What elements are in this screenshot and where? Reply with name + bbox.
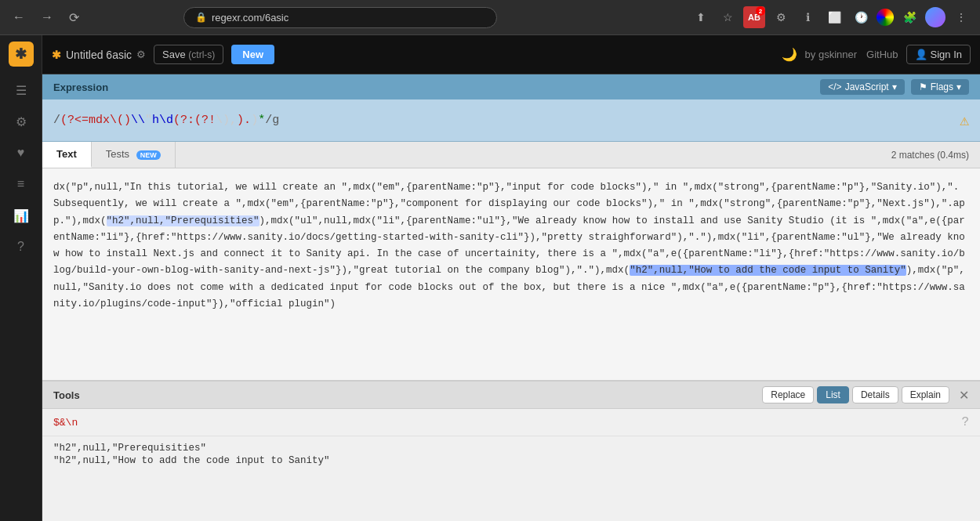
- header-links: by gskinner GitHub: [805, 49, 898, 60]
- clock-icon[interactable]: 🕐: [850, 6, 872, 28]
- regex-expression: /(?<=mdx\()\\"h\d(?:(?!\),).)*/g: [53, 114, 279, 127]
- details-button[interactable]: Details: [852, 386, 898, 403]
- dark-mode-button[interactable]: 🌙: [782, 47, 797, 62]
- refresh-button[interactable]: ⟳: [64, 7, 84, 28]
- tests-badge: NEW: [136, 150, 161, 160]
- expression-header: Expression </> JavaScript ▾ ⚑ Flags ▾: [42, 74, 980, 99]
- document-title: Untitled 6asic: [66, 49, 132, 61]
- back-button[interactable]: ←: [8, 7, 30, 27]
- extensions-icon[interactable]: 🧩: [898, 6, 920, 28]
- tools-result: "h2",null,"Prerequisities" "h2",null,"Ho…: [42, 436, 980, 521]
- flags-button[interactable]: ⚑ Flags ▾: [911, 79, 969, 95]
- sidebar-logo[interactable]: ✱: [9, 42, 34, 67]
- expression-label: Expression: [53, 81, 108, 93]
- sign-in-button[interactable]: 👤 Sign In: [906, 45, 971, 64]
- share-icon[interactable]: ⬆: [690, 6, 712, 28]
- tools-buttons: Replace List Details Explain ✕: [762, 386, 969, 403]
- list-button[interactable]: List: [817, 386, 849, 403]
- expression-panel: Expression </> JavaScript ▾ ⚑ Flags ▾: [42, 74, 980, 142]
- warning-icon: ⚠: [960, 110, 969, 130]
- save-button[interactable]: Save (ctrl-s): [154, 45, 223, 64]
- by-gskinner-link[interactable]: by gskinner: [805, 49, 857, 60]
- tab-tests[interactable]: Tests NEW: [92, 142, 176, 168]
- flag-icon: ⚑: [919, 81, 927, 92]
- sidebar-item-chart[interactable]: 📊: [7, 201, 35, 230]
- address-bar[interactable]: 🔒 regexr.com/6asic: [183, 7, 497, 28]
- tabs-bar: Text Tests NEW 2 matches (0.4ms): [42, 142, 980, 168]
- forward-button[interactable]: →: [36, 7, 58, 27]
- matches-info: 2 matches (0.4ms): [880, 150, 980, 161]
- code-icon: </>: [828, 81, 841, 92]
- menu-icon[interactable]: ⋮: [950, 6, 972, 28]
- sidebar-item-settings[interactable]: ⚙: [7, 107, 35, 136]
- sidebar-item-list[interactable]: ≡: [7, 170, 35, 198]
- browser-actions: ⬆ ☆ AB ⚙ ℹ ⬜ 🕐 🧩 ⋮: [690, 6, 972, 28]
- gear-icon[interactable]: ⚙: [770, 6, 792, 28]
- color-icon[interactable]: [877, 9, 894, 26]
- help-icon[interactable]: ?: [961, 415, 969, 429]
- close-tools-button[interactable]: ✕: [959, 388, 969, 403]
- tools-header: Tools Replace List Details Explain ✕: [42, 382, 980, 409]
- match-1: "h2",null,"Prerequisities": [107, 215, 260, 226]
- tools-expression: $&\n ?: [42, 409, 980, 436]
- tools-title: Tools: [53, 389, 80, 401]
- sidebar-item-menu[interactable]: ☰: [7, 76, 35, 104]
- sidebar: ✱ ☰ ⚙ ♥ ≡ 📊 ?: [0, 35, 42, 521]
- main-content: ✱ Untitled 6asic ⚙ Save (ctrl-s) New 🌙 b…: [42, 35, 980, 521]
- title-settings-button[interactable]: ⚙: [136, 49, 146, 60]
- header-title: ✱ Untitled 6asic ⚙: [52, 49, 146, 61]
- explain-button[interactable]: Explain: [902, 386, 949, 403]
- sidebar-item-heart[interactable]: ♥: [7, 139, 35, 167]
- tools-panel: Tools Replace List Details Explain ✕ $&\…: [42, 380, 980, 521]
- star-icon[interactable]: ☆: [717, 6, 739, 28]
- sidebar-item-help[interactable]: ?: [7, 233, 35, 261]
- chevron-down-icon: ▾: [892, 81, 897, 92]
- avatar[interactable]: [925, 7, 946, 27]
- app-logo-small: ✱: [52, 49, 61, 61]
- result-line-2: "h2",null,"How to add the code input to …: [53, 455, 969, 466]
- tabs-left: Text Tests NEW: [42, 142, 176, 168]
- language-button[interactable]: </> JavaScript ▾: [820, 79, 904, 95]
- regex-close-slash: /g: [265, 114, 279, 127]
- text-area[interactable]: dx("p",null,"In this tutorial, we will c…: [42, 168, 980, 380]
- replace-button[interactable]: Replace: [762, 386, 814, 403]
- match-2: "h2",null,"How to add the code input to …: [630, 265, 906, 276]
- chevron-down-icon-flags: ▾: [956, 81, 961, 92]
- adblock-icon[interactable]: AB: [743, 6, 765, 28]
- user-icon: 👤: [915, 49, 927, 60]
- info-icon[interactable]: ℹ: [797, 6, 818, 28]
- tab-text[interactable]: Text: [42, 142, 92, 168]
- regex-open-slash: /: [53, 114, 60, 127]
- expression-content[interactable]: /(?<=mdx\()\\"h\d(?:(?!\),).)*/g ⚠: [42, 99, 980, 141]
- result-line-1: "h2",null,"Prerequisities": [53, 443, 969, 454]
- github-link[interactable]: GitHub: [866, 49, 898, 60]
- header: ✱ Untitled 6asic ⚙ Save (ctrl-s) New 🌙 b…: [42, 35, 980, 74]
- expression-controls: </> JavaScript ▾ ⚑ Flags ▾: [820, 79, 969, 95]
- app: ✱ ☰ ⚙ ♥ ≡ 📊 ? ✱ Untitled 6asic ⚙ Save (c…: [0, 35, 980, 521]
- screen-icon[interactable]: ⬜: [823, 6, 845, 28]
- browser-chrome: ← → ⟳ 🔒 regexr.com/6asic ⬆ ☆ AB ⚙ ℹ ⬜ 🕐 …: [0, 0, 980, 35]
- new-button[interactable]: New: [231, 45, 274, 64]
